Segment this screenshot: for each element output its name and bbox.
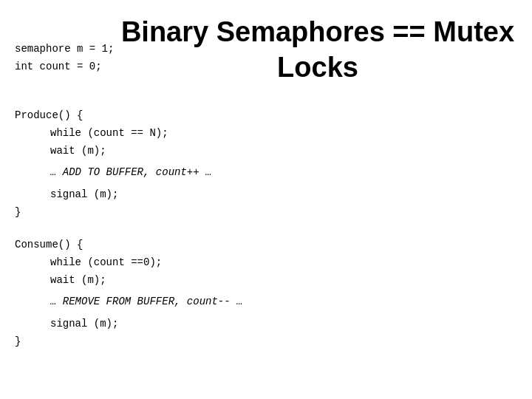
produce-comment: … ADD TO BUFFER, count++ … [15,160,211,186]
consume-header: Consume() { [15,236,242,254]
produce-section: Produce() { while (count == N); wait (m)… [15,107,211,222]
consume-wait: wait (m); [15,272,242,290]
slide: Binary Semaphores == MutexLocks semaphor… [0,0,532,399]
produce-while: while (count == N); [15,125,211,143]
consume-section: Consume() { while (count ==0); wait (m);… [15,236,242,351]
consume-signal: signal (m); [15,316,242,333]
produce-header: Produce() { [15,107,211,125]
produce-close: } [15,204,211,222]
consume-comment: … REMOVE FROM BUFFER, count-- … [15,289,242,316]
produce-wait: wait (m); [15,143,211,160]
produce-signal: signal (m); [15,186,211,204]
consume-while: while (count ==0); [15,254,242,272]
init-code: semaphore m = 1; int count = 0; [15,41,114,76]
consume-close: } [15,333,242,351]
slide-title: Binary Semaphores == MutexLocks [118,15,517,85]
init-line2: int count = 0; [15,58,114,76]
init-line1: semaphore m = 1; [15,41,114,58]
